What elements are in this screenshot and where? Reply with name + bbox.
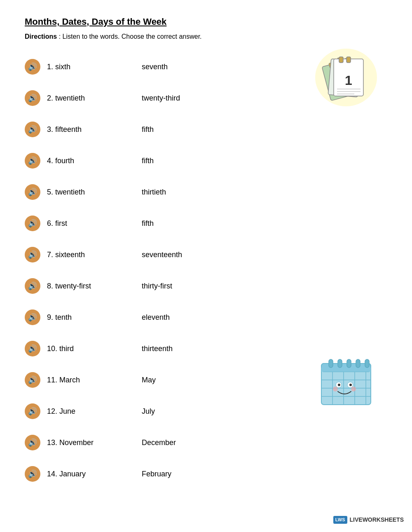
question-row: 🔊13. NovemberDecember xyxy=(25,429,387,457)
option-b[interactable]: seventh xyxy=(142,63,224,71)
svg-rect-20 xyxy=(338,359,342,368)
option-b[interactable]: fifth xyxy=(142,125,224,134)
calendar-illustration-bottom xyxy=(317,352,379,414)
option-b[interactable]: twenty-third xyxy=(142,94,224,103)
speaker-button[interactable]: 🔊 xyxy=(25,122,40,137)
speaker-button[interactable]: 🔊 xyxy=(25,247,40,262)
calendar-illustration-top: 3 2 1 xyxy=(313,45,379,110)
directions: Directions : Listen to the words. Choose… xyxy=(25,33,387,40)
question-row: 🔊3. fifteenthfifth xyxy=(25,115,387,143)
speaker-button[interactable]: 🔊 xyxy=(25,216,40,231)
speaker-button[interactable]: 🔊 xyxy=(25,309,40,325)
option-a[interactable]: 13. November xyxy=(47,438,142,447)
svg-rect-22 xyxy=(356,359,360,368)
speaker-icon: 🔊 xyxy=(28,126,37,133)
speaker-button[interactable]: 🔊 xyxy=(25,184,40,200)
speaker-button[interactable]: 🔊 xyxy=(25,466,40,482)
directions-text: : Listen to the words. Choose the correc… xyxy=(59,33,202,40)
option-b[interactable]: February xyxy=(142,470,224,478)
speaker-button[interactable]: 🔊 xyxy=(25,59,40,75)
speaker-button[interactable]: 🔊 xyxy=(25,153,40,169)
option-a[interactable]: 8. twenty-first xyxy=(47,282,142,291)
svg-point-35 xyxy=(333,387,338,391)
option-b[interactable]: thirtieth xyxy=(142,188,224,197)
option-b[interactable]: eleventh xyxy=(142,313,224,322)
question-row: 🔊5. twentieththirtieth xyxy=(25,178,387,206)
option-a[interactable]: 7. sixteenth xyxy=(47,251,142,259)
option-a[interactable]: 3. fifteenth xyxy=(47,125,142,134)
svg-rect-18 xyxy=(321,368,371,372)
speaker-icon: 🔊 xyxy=(28,376,37,384)
logo-text: LIVEWORKSHEETS xyxy=(350,516,404,523)
speaker-button[interactable]: 🔊 xyxy=(25,341,40,356)
option-a[interactable]: 11. March xyxy=(47,376,142,384)
speaker-button[interactable]: 🔊 xyxy=(25,372,40,388)
speaker-icon: 🔊 xyxy=(28,314,37,321)
question-row: 🔊9. tentheleventh xyxy=(25,303,387,331)
option-a[interactable]: 4. fourth xyxy=(47,157,142,165)
speaker-icon: 🔊 xyxy=(28,408,37,415)
speaker-button[interactable]: 🔊 xyxy=(25,403,40,419)
option-a[interactable]: 10. third xyxy=(47,345,142,353)
option-b[interactable]: seventeenth xyxy=(142,251,224,259)
option-b[interactable]: fifth xyxy=(142,157,224,165)
option-b[interactable]: July xyxy=(142,407,224,416)
svg-rect-12 xyxy=(346,57,351,63)
questions-container: 🔊1. sixthseventh🔊2. twentiethtwenty-thir… xyxy=(25,53,387,488)
speaker-button[interactable]: 🔊 xyxy=(25,278,40,294)
option-a[interactable]: 1. sixth xyxy=(47,63,142,71)
option-a[interactable]: 5. twentieth xyxy=(47,188,142,197)
speaker-icon: 🔊 xyxy=(28,282,37,290)
speaker-icon: 🔊 xyxy=(28,251,37,258)
svg-text:1: 1 xyxy=(345,73,352,88)
speaker-icon: 🔊 xyxy=(28,157,37,164)
option-b[interactable]: fifth xyxy=(142,219,224,228)
svg-rect-21 xyxy=(347,359,351,368)
question-row: 🔊14. JanuaryFebruary xyxy=(25,460,387,488)
svg-rect-11 xyxy=(339,57,343,63)
question-row: 🔊7. sixteenthseventeenth xyxy=(25,241,387,269)
speaker-icon: 🔊 xyxy=(28,94,37,102)
svg-rect-19 xyxy=(329,359,333,368)
page-title: Months, Dates, Days of the Week xyxy=(25,16,387,27)
question-row: 🔊8. twenty-firstthirty-first xyxy=(25,272,387,300)
option-b[interactable]: thirty-first xyxy=(142,282,224,291)
svg-rect-23 xyxy=(365,359,369,368)
speaker-icon: 🔊 xyxy=(28,188,37,196)
option-a[interactable]: 14. January xyxy=(47,470,142,478)
question-row: 🔊6. firstfifth xyxy=(25,209,387,237)
directions-label: Directions xyxy=(25,33,57,40)
option-b[interactable]: December xyxy=(142,438,224,447)
option-b[interactable]: thirteenth xyxy=(142,345,224,353)
svg-point-36 xyxy=(351,387,356,391)
svg-point-32 xyxy=(338,384,340,386)
option-a[interactable]: 9. tenth xyxy=(47,313,142,322)
option-b[interactable]: May xyxy=(142,376,224,384)
speaker-button[interactable]: 🔊 xyxy=(25,90,40,106)
option-a[interactable]: 6. first xyxy=(47,219,142,228)
option-a[interactable]: 12. June xyxy=(47,407,142,416)
svg-point-34 xyxy=(349,384,352,386)
liveworksheets-logo: LWS LIVEWORKSHEETS xyxy=(333,516,404,524)
logo-box: LWS xyxy=(333,516,347,524)
speaker-icon: 🔊 xyxy=(28,470,37,478)
speaker-icon: 🔊 xyxy=(28,439,37,446)
speaker-button[interactable]: 🔊 xyxy=(25,435,40,450)
speaker-icon: 🔊 xyxy=(28,220,37,227)
option-a[interactable]: 2. twentieth xyxy=(47,94,142,103)
speaker-icon: 🔊 xyxy=(28,63,37,70)
questions-area: 3 2 1 🔊1. sixthseventh🔊2 xyxy=(25,53,387,488)
question-row: 🔊4. fourthfifth xyxy=(25,147,387,175)
speaker-icon: 🔊 xyxy=(28,345,37,352)
